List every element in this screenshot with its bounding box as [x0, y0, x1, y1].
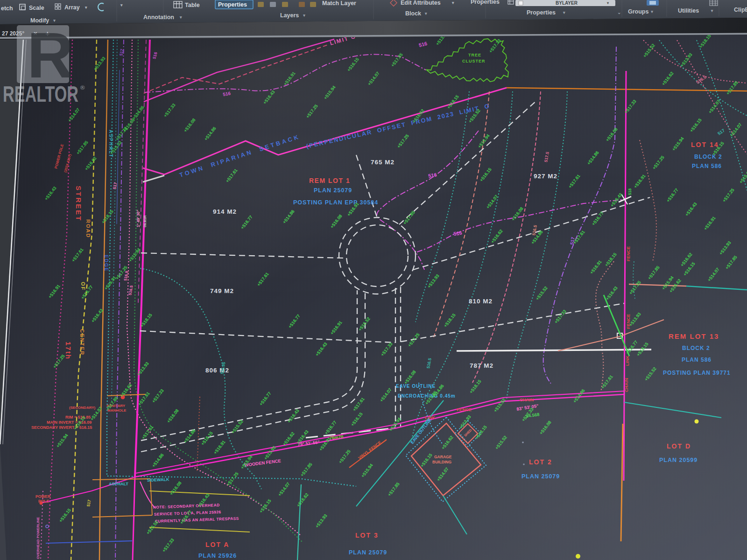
svg-text:Array: Array [64, 4, 80, 11]
svg-text:▾: ▾ [179, 15, 182, 20]
svg-text:Match Layer: Match Layer [322, 0, 356, 7]
svg-text:▾: ▾ [451, 0, 454, 5]
svg-text:⌄: ⌄ [617, 10, 621, 15]
svg-text:Annotation: Annotation [143, 14, 174, 21]
svg-text:▾: ▾ [424, 11, 427, 16]
svg-text:BYLAYER: BYLAYER [556, 0, 578, 6]
svg-text:▾: ▾ [85, 5, 87, 10]
svg-text:Groups: Groups [628, 8, 648, 15]
svg-text:Properties: Properties [218, 1, 247, 8]
svg-text:Block: Block [405, 10, 421, 17]
svg-text:▾: ▾ [303, 13, 305, 18]
svg-text:REALTOR: REALTOR [3, 82, 78, 106]
svg-text:ClipE: ClipE [734, 7, 747, 13]
svg-text:▾: ▾ [563, 10, 565, 15]
svg-text:®: ® [80, 84, 85, 91]
svg-text:Properties: Properties [527, 9, 556, 16]
svg-text:Layers: Layers [280, 12, 299, 19]
svg-text:Scale: Scale [29, 5, 44, 11]
svg-text:▾: ▾ [711, 8, 713, 13]
svg-text:Properties: Properties [471, 0, 500, 5]
svg-text:Utilities: Utilities [678, 7, 699, 14]
svg-text:Edit Attributes: Edit Attributes [401, 0, 441, 6]
svg-text:R: R [27, 19, 74, 91]
svg-text:etch: etch [1, 5, 13, 12]
svg-text:▾: ▾ [120, 3, 123, 7]
svg-text:▾: ▾ [650, 9, 653, 14]
svg-text:Table: Table [185, 2, 200, 8]
